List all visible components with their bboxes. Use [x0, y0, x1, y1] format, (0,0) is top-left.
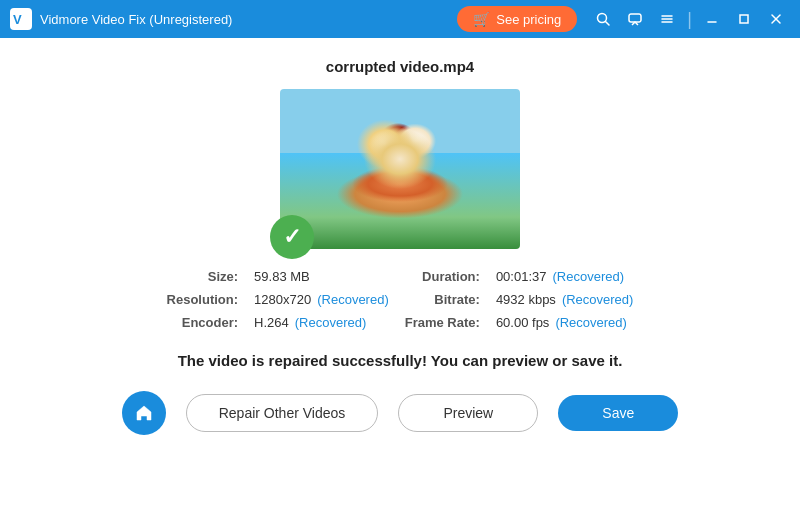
svg-rect-4: [629, 14, 641, 22]
svg-line-3: [606, 22, 610, 26]
video-thumbnail: [280, 89, 520, 249]
framerate-label: Frame Rate:: [405, 315, 480, 330]
bitrate-recovered: (Recovered): [562, 292, 634, 307]
repair-others-button[interactable]: Repair Other Videos: [186, 394, 379, 432]
app-logo: V: [10, 8, 32, 30]
framerate-value: 60.00 fps (Recovered): [496, 315, 634, 330]
cart-icon: 🛒: [473, 11, 490, 27]
save-button[interactable]: Save: [558, 395, 678, 431]
resolution-recovered: (Recovered): [317, 292, 389, 307]
close-button[interactable]: [762, 5, 790, 33]
app-title: Vidmore Video Fix (Unregistered): [40, 12, 457, 27]
bitrate-value: 4932 kbps (Recovered): [496, 292, 634, 307]
maximize-button[interactable]: [730, 5, 758, 33]
svg-rect-9: [740, 15, 748, 23]
encoder-value: H.264 (Recovered): [254, 315, 389, 330]
video-container: ✓: [280, 89, 520, 249]
thumbnail-image: [280, 89, 520, 249]
size-label: Size:: [167, 269, 239, 284]
framerate-recovered: (Recovered): [555, 315, 627, 330]
info-table: Size: 59.83 MB Duration: 00:01:37 (Recov…: [167, 269, 634, 330]
success-message: The video is repaired successfully! You …: [178, 352, 623, 369]
resolution-value: 1280x720 (Recovered): [254, 292, 389, 307]
menu-button[interactable]: [653, 5, 681, 33]
encoder-recovered: (Recovered): [295, 315, 367, 330]
size-value: 59.83 MB: [254, 269, 389, 284]
home-button[interactable]: [122, 391, 166, 435]
titlebar: V Vidmore Video Fix (Unregistered) 🛒 See…: [0, 0, 800, 38]
search-button[interactable]: [589, 5, 617, 33]
bottom-bar: Repair Other Videos Preview Save: [122, 391, 679, 445]
svg-text:V: V: [13, 12, 22, 27]
encoder-label: Encoder:: [167, 315, 239, 330]
titlebar-separator: |: [687, 9, 692, 30]
main-content: corrupted video.mp4 ✓ Size: 59.83 MB Dur…: [0, 38, 800, 523]
preview-button[interactable]: Preview: [398, 394, 538, 432]
resolution-label: Resolution:: [167, 292, 239, 307]
feedback-button[interactable]: [621, 5, 649, 33]
window-controls: |: [589, 5, 790, 33]
duration-recovered: (Recovered): [552, 269, 624, 284]
duration-label: Duration:: [405, 269, 480, 284]
duration-value: 00:01:37 (Recovered): [496, 269, 634, 284]
check-badge: ✓: [270, 215, 314, 259]
bitrate-label: Bitrate:: [405, 292, 480, 307]
minimize-button[interactable]: [698, 5, 726, 33]
file-title: corrupted video.mp4: [326, 58, 474, 75]
pricing-button[interactable]: 🛒 See pricing: [457, 6, 577, 32]
